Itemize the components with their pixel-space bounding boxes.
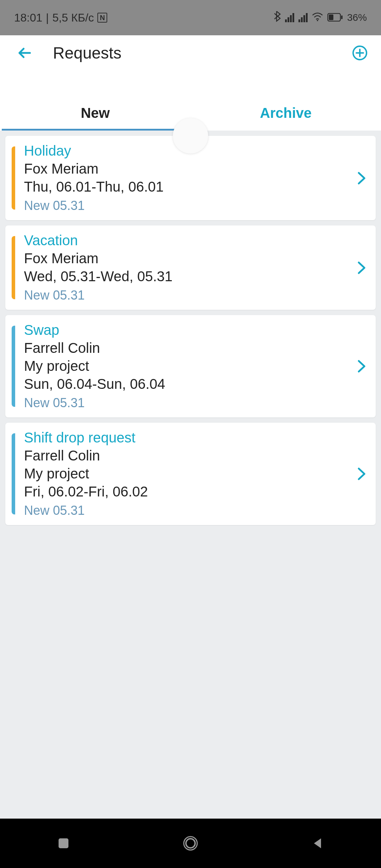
wifi-icon: [312, 11, 323, 24]
chevron-right-icon: [347, 136, 376, 220]
card-content: VacationFox MeriamWed, 05.31-Wed, 05.31N…: [15, 225, 347, 310]
card-status: New 05.31: [24, 198, 340, 213]
nfc-icon: N: [97, 13, 107, 23]
card-accent: [12, 326, 15, 407]
request-card[interactable]: VacationFox MeriamWed, 05.31-Wed, 05.31N…: [5, 225, 376, 310]
tab-indicator: [2, 129, 190, 131]
app-header: Requests: [0, 35, 381, 95]
card-accent: [12, 236, 15, 299]
bluetooth-icon: [272, 11, 281, 25]
back-button[interactable]: [11, 44, 39, 62]
card-dates: Wed, 05.31-Wed, 05.31: [24, 269, 340, 284]
svg-rect-2: [329, 14, 333, 20]
card-type: Vacation: [24, 233, 340, 248]
card-type: Swap: [24, 322, 340, 338]
card-person: Farrell Colin: [24, 448, 340, 464]
request-card[interactable]: SwapFarrell ColinMy projectSun, 06.04-Su…: [5, 315, 376, 417]
floating-handle[interactable]: [173, 118, 208, 153]
svg-point-0: [317, 20, 318, 21]
nav-home-button[interactable]: [176, 829, 205, 857]
card-person: Fox Meriam: [24, 161, 340, 177]
chevron-right-icon: [347, 225, 376, 310]
tab-archive[interactable]: Archive: [190, 95, 381, 131]
card-accent: [12, 433, 15, 514]
card-type: Shift drop request: [24, 430, 340, 446]
tab-new[interactable]: New: [0, 95, 190, 131]
add-button[interactable]: [349, 45, 370, 61]
status-time: 18:01: [14, 11, 42, 24]
card-status: New 05.31: [24, 288, 340, 303]
signal-icon-1: [285, 13, 294, 22]
navigation-bar: [0, 819, 381, 868]
card-dates: Thu, 06.01-Thu, 06.01: [24, 179, 340, 195]
card-project: My project: [24, 358, 340, 374]
card-project: My project: [24, 466, 340, 482]
signal-icon-2: [298, 13, 308, 22]
card-content: SwapFarrell ColinMy projectSun, 06.04-Su…: [15, 315, 347, 417]
request-card[interactable]: Shift drop requestFarrell ColinMy projec…: [5, 423, 376, 525]
card-status: New 05.31: [24, 503, 340, 518]
nav-recent-button[interactable]: [49, 829, 78, 857]
page-title: Requests: [53, 43, 349, 62]
battery-icon: [327, 11, 343, 24]
requests-list: HolidayFox MeriamThu, 06.01-Thu, 06.01Ne…: [0, 131, 381, 819]
svg-rect-3: [341, 16, 343, 19]
status-bar: 18:01 | 5,5 КБ/c N 36%: [0, 0, 381, 35]
card-content: Shift drop requestFarrell ColinMy projec…: [15, 423, 347, 525]
card-person: Fox Meriam: [24, 251, 340, 266]
card-dates: Fri, 06.02-Fri, 06.02: [24, 484, 340, 500]
nav-back-button[interactable]: [303, 829, 332, 857]
card-accent: [12, 146, 15, 210]
status-data-speed: 5,5 КБ/c: [52, 11, 94, 24]
status-bar-left: 18:01 | 5,5 КБ/c N: [14, 11, 107, 24]
card-person: Farrell Colin: [24, 340, 340, 356]
chevron-right-icon: [347, 315, 376, 417]
svg-point-7: [186, 839, 195, 848]
status-bar-right: 36%: [272, 11, 367, 25]
svg-rect-5: [59, 838, 68, 848]
battery-percent: 36%: [347, 12, 367, 23]
card-status: New 05.31: [24, 396, 340, 410]
chevron-right-icon: [347, 423, 376, 525]
card-dates: Sun, 06.04-Sun, 06.04: [24, 376, 340, 392]
